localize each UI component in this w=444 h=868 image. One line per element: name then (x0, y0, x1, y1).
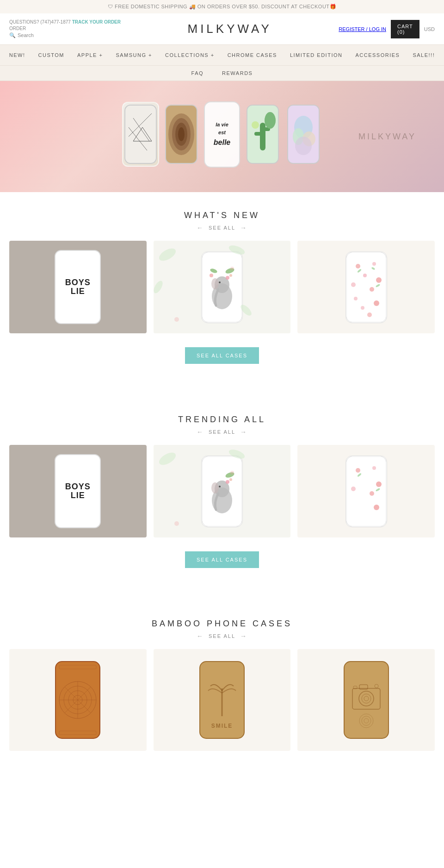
cart-button[interactable]: CART (0) (391, 20, 419, 38)
bamboo-header: BAMBOO PHONE CASES ← SEE ALL → (9, 619, 435, 640)
order-label: ORDER (9, 26, 26, 31)
bamboo-next-arrow[interactable]: → (240, 632, 247, 640)
trending-header: TRENDING ALL ← SEE ALL → (9, 415, 435, 436)
whats-new-nav: ← SEE ALL → (9, 224, 435, 231)
svg-point-49 (374, 300, 379, 306)
nav-new[interactable]: NEW! (3, 45, 32, 65)
header: QUESTIONS? (747)477-1877 TRACK YOUR ORDE… (0, 13, 444, 44)
bamboo-card-camera[interactable] (297, 649, 435, 751)
svg-point-72 (370, 491, 374, 496)
svg-rect-16 (254, 132, 265, 136)
trending-next-arrow[interactable]: → (240, 428, 247, 436)
svg-text:la vie: la vie (216, 122, 228, 127)
trending-section: TRENDING ALL ← SEE ALL → BOYSLIE (0, 396, 444, 587)
svg-point-19 (252, 121, 259, 129)
hero-phone-2 (163, 102, 200, 167)
search-placeholder: Search (18, 32, 34, 39)
nav-custom[interactable]: CUSTOM (32, 45, 71, 65)
nav-collections[interactable]: COLLECTIONS + (159, 45, 221, 65)
logo: MILKYWAY (187, 22, 271, 36)
prev-arrow[interactable]: ← (197, 224, 204, 231)
bamboo-prev-arrow[interactable]: ← (197, 632, 204, 640)
svg-point-57 (174, 521, 179, 526)
bamboo-see-all-link[interactable]: SEE ALL (209, 633, 235, 639)
see-all-cases-btn-new[interactable]: SEE ALL CASES (185, 347, 259, 364)
hero-logo: MILKYWAY (358, 132, 416, 142)
hero-phones: la vie est belle (122, 102, 322, 171)
nav-rewards[interactable]: REWARDS (213, 66, 262, 81)
bamboo-card-smile[interactable]: SMILE (154, 649, 291, 751)
trending-prev-arrow[interactable]: ← (197, 428, 204, 436)
trending-card-floral[interactable] (297, 445, 435, 537)
svg-rect-15 (260, 123, 265, 150)
search-bar[interactable]: 🔍 Search (9, 32, 121, 39)
search-icon: 🔍 (9, 32, 16, 39)
svg-point-18 (265, 112, 276, 129)
trending-see-all-link[interactable]: SEE ALL (209, 429, 235, 435)
product-card-floral[interactable] (297, 241, 435, 333)
svg-point-69 (372, 466, 376, 470)
svg-point-55 (157, 450, 178, 468)
whats-new-grid: BOYSLIE (9, 241, 435, 333)
floral-phone (345, 251, 387, 323)
hero-phone-1 (122, 102, 159, 167)
svg-point-58 (230, 471, 234, 475)
svg-point-30 (230, 267, 234, 270)
svg-rect-0 (125, 105, 156, 163)
trending-boys-lie-phone: BOYSLIE (55, 454, 101, 528)
nav-apple[interactable]: APPLE + (71, 45, 109, 65)
svg-text:belle: belle (214, 138, 231, 146)
svg-point-44 (376, 277, 382, 283)
svg-point-42 (356, 264, 360, 269)
see-all-link[interactable]: SEE ALL (209, 225, 235, 231)
trending-title: TRENDING ALL (9, 415, 435, 425)
svg-point-51 (367, 312, 372, 317)
register-login-link[interactable]: REGISTER / LOG IN (339, 26, 386, 32)
next-arrow[interactable]: → (240, 224, 247, 231)
primary-nav: NEW! CUSTOM APPLE + SAMSUNG + COLLECTION… (0, 44, 444, 66)
product-card-elephant[interactable] (154, 241, 291, 333)
header-right: REGISTER / LOG IN CART (0) USD (339, 20, 435, 38)
svg-rect-67 (346, 456, 386, 526)
svg-text:est: est (218, 130, 226, 135)
track-order-link[interactable]: TRACK YOUR ORDER (72, 19, 121, 25)
svg-point-26 (228, 244, 246, 256)
phone-number: QUESTIONS? (747)477-1877 (9, 19, 71, 25)
svg-rect-41 (346, 252, 386, 322)
svg-point-47 (370, 287, 374, 292)
svg-point-48 (354, 297, 358, 300)
svg-point-46 (363, 274, 367, 277)
bamboo-title: BAMBOO PHONE CASES (9, 619, 435, 629)
whats-new-title: WHAT'S NEW (9, 211, 435, 220)
nav-samsung[interactable]: SAMSUNG + (109, 45, 159, 65)
trending-floral-phone (345, 456, 387, 527)
svg-point-56 (228, 448, 246, 461)
nav-faq[interactable]: FAQ (182, 66, 213, 81)
hero-phone-4 (244, 102, 281, 167)
nav-sale[interactable]: SALE!!! (406, 45, 441, 65)
see-all-cases-btn-trending[interactable]: SEE ALL CASES (185, 551, 259, 568)
svg-point-25 (157, 246, 178, 263)
svg-point-9 (178, 127, 185, 141)
nav-accessories[interactable]: ACCESSORIES (349, 45, 406, 65)
boys-lie-phone: BOYSLIE (55, 250, 101, 324)
svg-point-43 (372, 262, 376, 266)
svg-text:SMILE: SMILE (211, 723, 233, 729)
whats-new-header: WHAT'S NEW ← SEE ALL → (9, 211, 435, 231)
currency-selector[interactable]: USD (424, 26, 435, 32)
trending-card-boys-lie[interactable]: BOYSLIE (9, 445, 147, 537)
hero-phone-5 (285, 102, 322, 167)
trending-card-elephant[interactable] (154, 445, 291, 537)
svg-point-29 (174, 317, 179, 322)
svg-point-68 (356, 468, 360, 473)
svg-point-73 (374, 505, 379, 510)
bamboo-card-mandala[interactable] (9, 649, 147, 751)
nav-chrome-cases[interactable]: CHROME CASES (221, 45, 284, 65)
bamboo-nav: ← SEE ALL → (9, 632, 435, 640)
nav-limited-edition[interactable]: LIMITED EDITION (284, 45, 349, 65)
hero-banner: la vie est belle (0, 81, 444, 192)
trending-grid: BOYSLIE (9, 445, 435, 537)
svg-point-28 (239, 303, 253, 318)
banner-text: 🛡 FREE DOMESTIC SHIPPING 🚚 ON ORDERS OVE… (108, 4, 336, 9)
product-card-boys-lie[interactable]: BOYSLIE (9, 241, 147, 333)
